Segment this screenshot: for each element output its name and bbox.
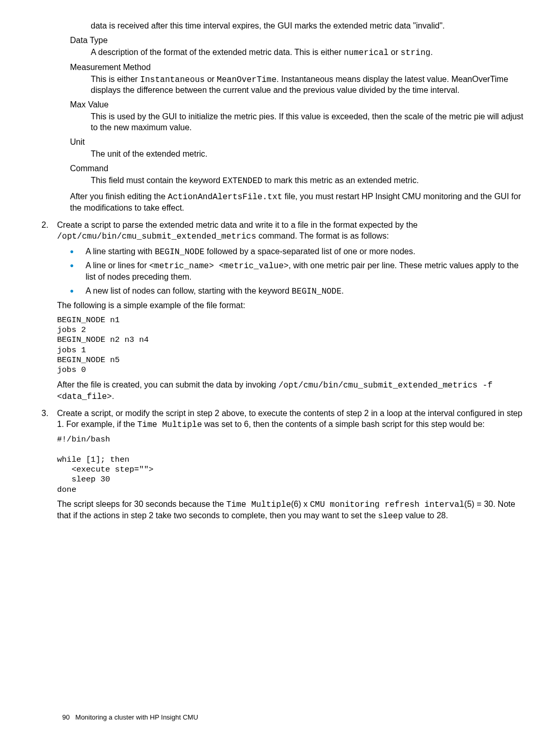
bullet-icon: •: [70, 246, 86, 258]
bullet-icon: •: [70, 260, 86, 283]
example-intro: The following is a simple example of the…: [57, 300, 529, 311]
step-3: 3. Create a script, or modify the script…: [41, 408, 529, 431]
def-max-value: This is used by the GUI to initialize th…: [91, 112, 529, 133]
code-begin-node: BEGIN_NODE: [292, 287, 342, 296]
step-2: 2. Create a script to parse the extended…: [41, 220, 529, 242]
bullet-item: • A line starting with BEGIN_NODE follow…: [70, 246, 529, 258]
bullet-item: • A line or lines for <metric_name> <met…: [70, 260, 529, 283]
step3-after-paragraph: The script sleeps for 30 seconds because…: [57, 499, 529, 522]
text: After you finish editing the: [70, 192, 168, 201]
text: .: [342, 286, 344, 295]
def-unit: The unit of the extended metric.: [91, 149, 529, 160]
code-instantaneous: Instantaneous: [140, 75, 205, 85]
def-command: This field must contain the keyword EXTE…: [91, 175, 529, 187]
text: A description of the format of the exten…: [91, 48, 344, 57]
text: A line or lines for: [86, 261, 149, 270]
text: Create a script to parse the extended me…: [57, 220, 417, 229]
code-string: string: [401, 48, 431, 58]
text: A line starting with: [86, 247, 155, 256]
text: value to 28.: [403, 511, 448, 520]
code-file: ActionAndAlertsFile.txt: [168, 192, 283, 202]
text: or: [388, 48, 400, 57]
page-footer: 90 Monitoring a cluster with HP Insight …: [62, 713, 198, 721]
code-refresh-interval: CMU monitoring refresh interval: [310, 500, 465, 509]
code-extended: EXTENDED: [222, 176, 262, 186]
text: (6) x: [291, 500, 310, 508]
code-numerical: numerical: [344, 48, 388, 58]
def-data-type: A description of the format of the exten…: [91, 47, 529, 59]
code-block-bash: #!/bin/bash while [1]; then <execute ste…: [57, 435, 529, 495]
text: This is either: [91, 75, 140, 84]
bullet-icon: •: [70, 286, 86, 297]
term-unit: Unit: [70, 137, 529, 147]
code-time-multiple: Time Multiple: [137, 420, 202, 430]
text: to mark this metric as an extended metri…: [262, 176, 418, 185]
text: .: [112, 392, 114, 400]
def-measurement-method: This is either Instantaneous or MeanOver…: [91, 74, 529, 96]
code-submit-command: /opt/cmu/bin/cmu_submit_extended_metrics: [57, 232, 256, 241]
text: The script sleeps for 30 seconds because…: [57, 500, 226, 508]
text: This field must contain the keyword: [91, 176, 222, 185]
bullet-item: • A new list of nodes can follow, starti…: [70, 286, 529, 297]
text: command. The format is as follows:: [256, 231, 389, 240]
text: After the file is created, you can submi…: [57, 380, 278, 389]
code-metric-pair: <metric_name> <metric_value>: [149, 261, 289, 271]
text: A new list of nodes can follow, starting…: [86, 286, 292, 295]
term-data-type: Data Type: [70, 36, 529, 45]
footer-title: Monitoring a cluster with HP Insight CMU: [75, 713, 198, 721]
code-meanovertime: MeanOverTime: [217, 75, 276, 85]
text: was set to 6, then the contents of a sim…: [202, 420, 485, 429]
after-terms-paragraph: After you finish editing the ActionAndAl…: [70, 191, 529, 214]
text: followed by a space-separated list of on…: [204, 247, 415, 256]
code-block-example: BEGIN_NODE n1 jobs 2 BEGIN_NODE n2 n3 n4…: [57, 315, 529, 376]
code-sleep: sleep: [378, 512, 403, 521]
text: .: [430, 48, 432, 57]
step-number: 3.: [41, 408, 57, 431]
page-number: 90: [62, 713, 69, 721]
term-measurement-method: Measurement Method: [70, 63, 529, 72]
term-command: Command: [70, 164, 529, 173]
after-example-paragraph: After the file is created, you can submi…: [57, 380, 529, 403]
code-begin-node: BEGIN_NODE: [155, 247, 204, 257]
continuation-paragraph: data is received after this time interva…: [91, 21, 529, 32]
step-number: 2.: [41, 220, 57, 242]
term-max-value: Max Value: [70, 100, 529, 109]
text: or: [205, 75, 217, 84]
code-time-multiple: Time Multiple: [226, 500, 291, 509]
